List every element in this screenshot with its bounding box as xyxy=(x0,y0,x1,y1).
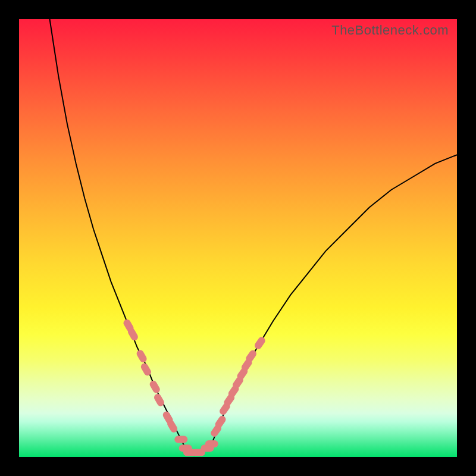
marker-layer xyxy=(122,318,267,456)
marker-dot xyxy=(253,336,267,350)
plot-area: TheBottleneck.com xyxy=(19,19,457,457)
curve-layer xyxy=(19,19,457,457)
marker-dot xyxy=(205,440,218,447)
curve-right-branch xyxy=(212,155,457,444)
curve-left-branch xyxy=(50,19,181,440)
marker-dot xyxy=(174,436,187,443)
marker-dot xyxy=(135,349,148,364)
chart-frame: TheBottleneck.com xyxy=(0,0,476,476)
marker-dot xyxy=(149,380,161,394)
